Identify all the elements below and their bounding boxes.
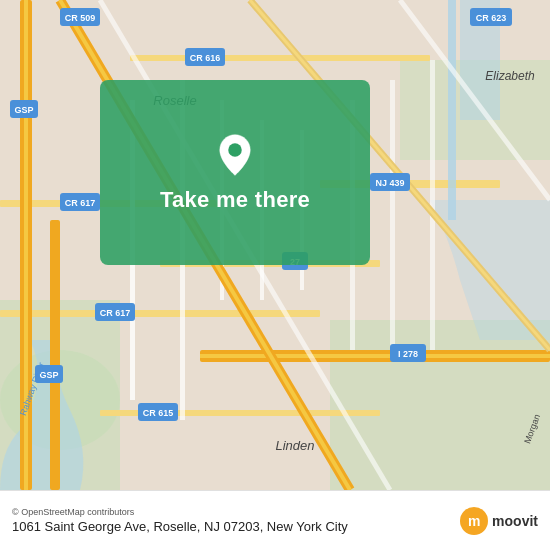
moovit-logo: m moovit — [460, 507, 538, 535]
svg-rect-17 — [448, 0, 456, 220]
svg-text:CR 617: CR 617 — [100, 308, 131, 318]
moovit-text: moovit — [492, 513, 538, 529]
bottom-left: © OpenStreetMap contributors 1061 Saint … — [12, 507, 460, 534]
svg-text:Elizabeth: Elizabeth — [485, 69, 535, 83]
svg-text:CR 509: CR 509 — [65, 13, 96, 23]
svg-text:I 278: I 278 — [398, 349, 418, 359]
svg-rect-25 — [430, 60, 435, 350]
map-pin — [213, 133, 257, 177]
openstreetmap-credit: © OpenStreetMap contributors — [12, 507, 460, 517]
svg-rect-24 — [390, 80, 395, 350]
location-overlay[interactable]: Take me there — [100, 80, 370, 265]
svg-rect-16 — [50, 220, 60, 490]
svg-text:NJ 439: NJ 439 — [375, 178, 404, 188]
map-container: CR 509 CR 623 GSP CR 616 CR 617 NJ 439 C… — [0, 0, 550, 490]
svg-rect-9 — [0, 310, 320, 317]
svg-text:CR 617: CR 617 — [65, 198, 96, 208]
svg-text:CR 616: CR 616 — [190, 53, 221, 63]
svg-text:CR 615: CR 615 — [143, 408, 174, 418]
svg-rect-11 — [130, 55, 430, 61]
take-me-there-label[interactable]: Take me there — [160, 187, 310, 213]
svg-text:Linden: Linden — [275, 438, 314, 453]
svg-point-59 — [228, 143, 242, 157]
moovit-icon: m — [460, 507, 488, 535]
svg-text:GSP: GSP — [14, 105, 33, 115]
svg-rect-7 — [200, 354, 550, 358]
svg-text:CR 623: CR 623 — [476, 13, 507, 23]
address-text: 1061 Saint George Ave, Roselle, NJ 07203… — [12, 519, 460, 534]
bottom-bar: © OpenStreetMap contributors 1061 Saint … — [0, 490, 550, 550]
svg-rect-2 — [330, 320, 550, 490]
